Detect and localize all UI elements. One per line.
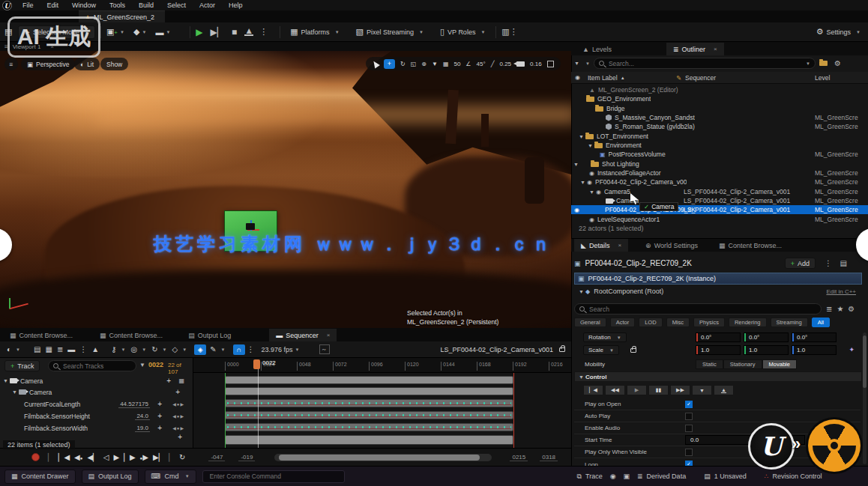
close-icon[interactable]: ×: [327, 332, 331, 338]
media-skip-end-button[interactable]: ▼: [692, 385, 712, 395]
move-tool-icon[interactable]: +: [384, 59, 395, 69]
auto-play-checkbox[interactable]: [685, 413, 693, 420]
keyframe-lane-sensor-width[interactable]: [225, 423, 513, 431]
viewport-canvas[interactable]: ≡ ▣ Perspective ◐ Lit Show + ↻ ◱ ⊕ ▼ ▦ 5…: [0, 51, 571, 328]
surface-snap-icon[interactable]: ▼: [432, 61, 438, 67]
chip-physics[interactable]: Physics: [693, 318, 725, 327]
view-range-end[interactable]: 0318: [540, 454, 558, 461]
angle-snap-value[interactable]: 45°: [477, 61, 486, 67]
chevron-expanded-icon[interactable]: ▼: [588, 143, 594, 148]
add-actor-icon[interactable]: ▣+: [106, 27, 118, 37]
chip-misc[interactable]: Misc: [666, 318, 690, 327]
mobility-movable[interactable]: Movable: [762, 359, 797, 369]
tab-content-browser-1[interactable]: ▦ Content Browse...: [3, 329, 79, 341]
details-search-input[interactable]: [588, 305, 816, 314]
add-actor-caret[interactable]: ▼: [120, 30, 124, 34]
add-key-icon[interactable]: +: [157, 412, 162, 420]
add-component-button[interactable]: + Add: [785, 258, 816, 269]
step-back-button[interactable]: ◀▏: [87, 453, 98, 461]
scale-z-field[interactable]: 1.0: [792, 345, 837, 355]
viewport-options-menu[interactable]: ≡: [4, 58, 18, 70]
auto-key-toggle[interactable]: ◈: [194, 344, 206, 355]
outliner-row[interactable]: ▼ Shot Lighting: [571, 160, 868, 168]
chevron-down-icon[interactable]: ▼: [585, 61, 590, 66]
derived-data-button[interactable]: ≣ Derived Data: [637, 473, 686, 480]
track-row-camera-component[interactable]: ▼ Camera +: [12, 387, 190, 397]
track-value[interactable]: 24.0: [135, 413, 150, 420]
current-frame-display[interactable]: 0022: [148, 361, 163, 368]
trace-button[interactable]: ⧉ Trace: [577, 473, 603, 481]
track-value[interactable]: 19.0: [135, 425, 150, 432]
component-row-instance[interactable]: ▣ PF0044-02_Clip-2_REC709_2K (Instance): [574, 273, 862, 285]
playback-options-dropdown[interactable]: ↻▼: [149, 345, 166, 353]
tab-details[interactable]: ◣ Details ×: [574, 239, 628, 252]
tab-output-log[interactable]: ▤ Output Log: [181, 329, 238, 341]
memory-icon[interactable]: ▣: [624, 473, 630, 480]
outliner-row[interactable]: ▣ PostProcessVolume ML_GreenScre: [571, 150, 868, 159]
track-row-sensor-width[interactable]: Filmback.SensorWidth 19.0 + ◀●▶: [24, 423, 190, 433]
tab-sequencer[interactable]: ▬ Sequencer ×: [269, 329, 337, 341]
outliner-row[interactable]: GEO_Environment: [571, 94, 868, 103]
add-key-icon[interactable]: +: [157, 424, 162, 432]
outliner-row[interactable]: ▲ ML_GreenScreen_2 (Editor): [571, 85, 868, 94]
track-row-sensor-height[interactable]: Filmback.SensorHeight 24.0 + ◀●▶: [24, 411, 190, 421]
menu-help[interactable]: Help: [229, 1, 243, 9]
lock-icon[interactable]: [630, 348, 636, 353]
tab-outliner[interactable]: ≣ Outliner ×: [666, 43, 724, 55]
fps-dropdown[interactable]: 23.976 fps ▼: [262, 346, 300, 353]
jump-to-end-button[interactable]: ▶▏: [153, 453, 164, 461]
media-play-button[interactable]: ▶: [627, 385, 647, 395]
track-row-camera-actor[interactable]: ▼ Camera + ▦: [3, 376, 190, 386]
mobility-static[interactable]: Static: [696, 359, 723, 369]
scale-y-field[interactable]: 1.0: [744, 345, 789, 355]
key-nav-icons[interactable]: ◀●▶: [172, 401, 184, 407]
tab-world-settings[interactable]: ⊕ World Settings: [639, 239, 705, 252]
pixel-streaming-dropdown[interactable]: ▧ Pixel Streaming ▼: [356, 27, 424, 37]
timeline-ruler[interactable]: 0000 0024 0048 0072 0096 0120 0144 0168 …: [193, 358, 571, 373]
cmd-dropdown[interactable]: ⌨ Cmd ▼: [145, 470, 196, 484]
console-command-input-wrap[interactable]: [202, 470, 345, 483]
loop-toggle-button[interactable]: ↻: [179, 453, 185, 461]
scale-dropdown[interactable]: Scale▼: [583, 345, 619, 355]
track-filter-icon[interactable]: ▼: [139, 362, 145, 368]
view-range-start[interactable]: -047: [208, 454, 225, 461]
platforms-dropdown[interactable]: ▦ Platforms ▼: [290, 27, 339, 37]
sequencer-timeline[interactable]: 0000 0024 0048 0072 0096 0120 0144 0168 …: [193, 358, 571, 448]
rotation-z-field[interactable]: 0.0°: [792, 332, 837, 342]
chevron-expanded-icon[interactable]: ▼: [589, 189, 596, 195]
scale-x-field[interactable]: 1.0: [696, 345, 741, 355]
keying-options-dropdown[interactable]: ⚷▼: [109, 345, 125, 353]
working-range-end[interactable]: 0215: [510, 454, 528, 461]
details-gear-icon[interactable]: ⚙: [848, 305, 855, 313]
outliner-row[interactable]: S_Massive_Canyon_Sandst ML_GreenScre: [571, 113, 868, 122]
outliner-row[interactable]: ▼◉ Camera5 LS_PF0044-02_Clip-2_Camera_v0…: [571, 187, 868, 196]
tab-content-browser-2[interactable]: ▦ Content Browse...: [93, 329, 169, 341]
play-reverse-button[interactable]: ◁: [103, 453, 109, 461]
component-row-root[interactable]: ▼ ◆ RootComponent (Root) Edit in C++: [574, 286, 862, 297]
chip-general[interactable]: General: [574, 318, 606, 327]
column-item-label[interactable]: Item Label: [588, 74, 618, 82]
media-rewind-button[interactable]: ◀◀: [605, 385, 625, 395]
keyframe-lane-sensor-height[interactable]: [225, 411, 513, 419]
details-scrollbar[interactable]: [863, 332, 867, 464]
edit-options-dropdown[interactable]: ✎▼: [208, 345, 225, 353]
vp-roles-dropdown[interactable]: ▯ VP Roles ▼: [440, 27, 485, 37]
sequencer-options-dropdown[interactable]: ◐▼: [4, 345, 20, 353]
snap-kebab-icon[interactable]: ⋮: [247, 345, 255, 353]
stage-monitor-icon[interactable]: ▥: [501, 27, 509, 37]
control-section-header[interactable]: ▼ Control: [574, 371, 862, 382]
menu-edit[interactable]: Edit: [47, 1, 59, 9]
key-nav-icons[interactable]: ◀●▶: [172, 413, 184, 419]
keyframe-options-dropdown[interactable]: ◇▼: [170, 345, 187, 353]
sequence-lock-icon[interactable]: [559, 347, 565, 352]
close-icon[interactable]: ×: [714, 46, 717, 52]
enable-audio-checkbox[interactable]: [685, 425, 693, 432]
blueprints-caret[interactable]: ▼: [142, 30, 146, 34]
mobility-stationary[interactable]: Stationary: [723, 359, 762, 369]
new-folder-icon[interactable]: [819, 61, 828, 66]
output-log-button[interactable]: ▤ Output Log: [82, 470, 139, 484]
play-only-visible-checkbox[interactable]: [685, 449, 693, 456]
outliner-row[interactable]: ▼ LOT_Environment: [571, 132, 868, 141]
content-drawer-button[interactable]: ▦ Content Drawer: [4, 470, 76, 484]
chevron-expanded-icon[interactable]: ▼: [580, 180, 587, 185]
